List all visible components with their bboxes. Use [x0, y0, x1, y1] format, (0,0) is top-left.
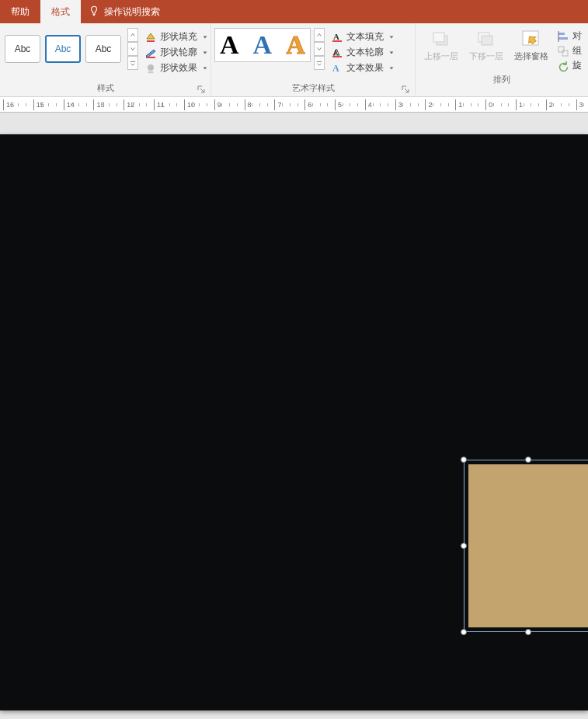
- text-outline-label: 文本轮廓: [346, 46, 384, 59]
- tab-help[interactable]: 帮助: [0, 0, 40, 23]
- send-backward-button[interactable]: 下移一层: [467, 28, 506, 61]
- shape-fill-icon: [144, 31, 157, 43]
- chevron-down-icon: [388, 47, 395, 58]
- resize-handle-bottom-left[interactable]: [461, 629, 467, 635]
- gallery-scroll-down[interactable]: [127, 42, 138, 56]
- resize-handle-middle-left[interactable]: [461, 543, 467, 549]
- text-outline-button[interactable]: A 文本轮廓: [328, 45, 398, 60]
- shape-outline-icon: [144, 47, 157, 59]
- svg-rect-10: [433, 33, 444, 42]
- wordart-thumb-1[interactable]: A: [220, 32, 239, 58]
- canvas-margin-top: [0, 113, 588, 134]
- svg-text:A: A: [333, 47, 339, 57]
- shape-effects-button[interactable]: 形状效果: [141, 61, 211, 75]
- chevron-down-icon: [388, 32, 395, 43]
- resize-handle-top-center[interactable]: [525, 457, 531, 463]
- wordart-more[interactable]: [314, 56, 325, 70]
- ribbon: Abc Abc Abc 形状填充 形状轮廓: [0, 23, 588, 97]
- wordart-gallery[interactable]: A A A: [214, 28, 311, 62]
- text-effects-button[interactable]: A 文本效果: [328, 61, 398, 75]
- shape-outline-label: 形状轮廓: [160, 46, 197, 59]
- tab-bar: 帮助 格式 操作说明搜索: [0, 0, 588, 23]
- shape-style-thumb-2[interactable]: Abc: [45, 35, 81, 63]
- arrange-right-stack: 对 组 旋: [557, 28, 582, 72]
- shape-style-menu-stack: 形状填充 形状轮廓 形状效果: [141, 28, 211, 75]
- svg-rect-17: [558, 47, 564, 52]
- canvas-area: [0, 113, 588, 719]
- svg-rect-5: [332, 40, 342, 42]
- dialog-launcher-shape-styles[interactable]: [197, 85, 206, 94]
- bring-forward-icon: [429, 28, 454, 50]
- wordart-scroll-up[interactable]: [314, 28, 325, 42]
- svg-rect-0: [147, 40, 155, 42]
- gallery-scroll-up[interactable]: [127, 28, 138, 42]
- rotate-icon: [557, 60, 569, 72]
- chevron-down-icon: [388, 63, 395, 74]
- svg-point-2: [148, 64, 154, 71]
- group-label-arrange: 排列: [419, 72, 585, 88]
- gallery-spinner: [127, 28, 138, 70]
- selection-pane-label: 选择窗格: [514, 51, 548, 61]
- tell-me-search[interactable]: 操作说明搜索: [81, 0, 168, 23]
- group-shape-styles: Abc Abc Abc 形状填充 形状轮廓: [0, 23, 211, 96]
- selection-pane-icon: [519, 28, 544, 50]
- text-fill-button[interactable]: A 文本填充: [328, 30, 398, 44]
- svg-rect-12: [482, 36, 492, 45]
- text-fill-icon: A: [331, 31, 343, 43]
- group-icon: [557, 45, 569, 57]
- align-icon: [557, 30, 569, 43]
- shape-style-gallery[interactable]: Abc Abc Abc: [3, 28, 138, 70]
- svg-rect-15: [558, 37, 568, 40]
- chevron-down-icon: [202, 63, 208, 74]
- svg-rect-18: [562, 50, 568, 56]
- rotate-button[interactable]: 旋: [557, 59, 582, 72]
- text-fill-label: 文本填充: [346, 30, 384, 43]
- shape-style-thumb-3[interactable]: Abc: [85, 35, 121, 63]
- send-backward-label: 下移一层: [469, 51, 503, 61]
- shape-fill-button[interactable]: 形状填充: [141, 30, 211, 44]
- horizontal-ruler[interactable]: 161514131211109876543210123: [0, 97, 588, 113]
- wordart-menu-stack: A 文本填充 A 文本轮廓 A 文本效果: [328, 28, 398, 75]
- svg-rect-14: [558, 33, 565, 35]
- wordart-thumb-2[interactable]: A: [253, 32, 273, 58]
- bring-forward-label: 上移一层: [424, 51, 458, 61]
- wordart-scroll-down[interactable]: [314, 42, 325, 56]
- gallery-more[interactable]: [127, 56, 138, 70]
- svg-rect-7: [332, 56, 342, 57]
- tab-format[interactable]: 格式: [40, 0, 81, 23]
- shape-effects-label: 形状效果: [160, 61, 197, 75]
- svg-text:A: A: [333, 32, 339, 41]
- rotate-label: 旋: [572, 59, 582, 72]
- shape-effects-icon: [144, 62, 157, 75]
- send-backward-icon: [474, 28, 499, 50]
- tell-me-label: 操作说明搜索: [104, 5, 160, 19]
- text-effects-icon: A: [331, 62, 343, 75]
- wordart-thumb-3[interactable]: A: [286, 32, 305, 58]
- text-effects-label: 文本效果: [346, 61, 384, 75]
- lightbulb-icon: [89, 5, 99, 19]
- wordart-gallery-spinner: [314, 28, 325, 70]
- group-btn-label: 组: [572, 44, 582, 57]
- selection-pane-button[interactable]: 选择窗格: [512, 28, 551, 61]
- bring-forward-button[interactable]: 上移一层: [422, 28, 461, 61]
- shape-fill-label: 形状填充: [160, 30, 197, 43]
- chevron-down-icon: [202, 47, 208, 58]
- group-label-wordart: 艺术字样式: [214, 81, 412, 96]
- svg-point-3: [148, 71, 154, 73]
- selected-shape[interactable]: [464, 460, 588, 632]
- resize-handle-bottom-center[interactable]: [525, 629, 531, 635]
- group-arrange: 上移一层 下移一层 选择窗格 对 组: [416, 23, 588, 96]
- dialog-launcher-wordart[interactable]: [401, 85, 410, 94]
- align-label: 对: [572, 30, 582, 43]
- chevron-down-icon: [202, 32, 208, 43]
- svg-rect-1: [146, 57, 155, 58]
- shape-outline-button[interactable]: 形状轮廓: [141, 45, 211, 60]
- resize-handle-top-left[interactable]: [461, 457, 467, 463]
- svg-text:A: A: [332, 63, 339, 74]
- group-button[interactable]: 组: [557, 44, 582, 57]
- group-label-shape-styles: 样式: [3, 81, 207, 96]
- shape-rectangle[interactable]: [468, 464, 588, 627]
- shape-style-thumb-1[interactable]: Abc: [5, 35, 40, 63]
- align-button[interactable]: 对: [557, 30, 582, 43]
- text-outline-icon: A: [331, 47, 343, 59]
